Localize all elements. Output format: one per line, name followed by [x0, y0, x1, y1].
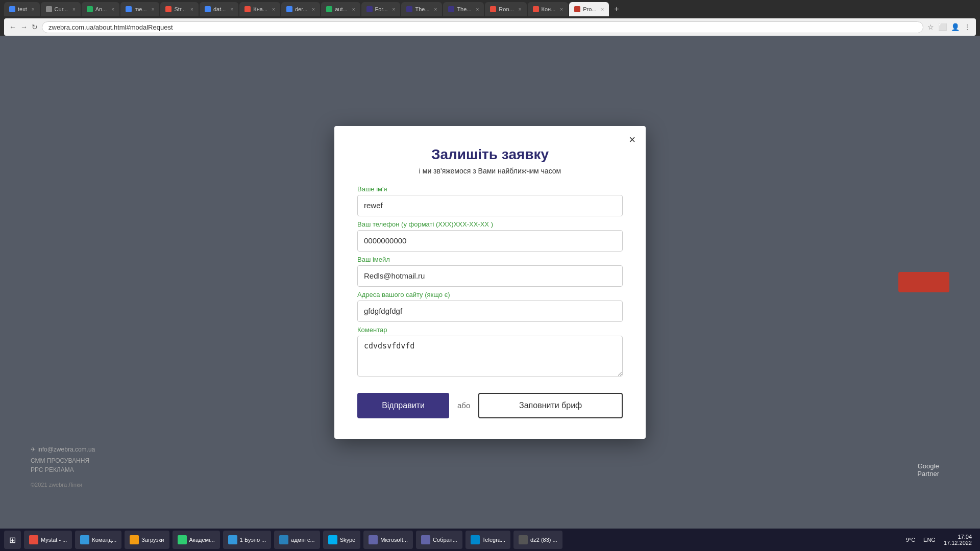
new-tab-button[interactable]: +: [610, 5, 623, 14]
tab-me[interactable]: me... ×: [120, 2, 159, 16]
browser-chrome: text × Cur... × An... × me... × Str... ×…: [0, 0, 980, 36]
start-button[interactable]: ⊞: [4, 531, 21, 549]
tab-der[interactable]: der... ×: [281, 2, 320, 16]
taskbar: ⊞ Mystat - ... Команд... Загрузки Академ…: [0, 529, 980, 551]
tab-close-icon[interactable]: ×: [434, 7, 437, 12]
modal-subtitle: і ми зв'яжемося з Вами найближчим часом: [357, 167, 623, 175]
comment-label: Коментар: [357, 326, 623, 334]
tab-close-icon[interactable]: ×: [190, 7, 193, 12]
name-label: Ваше ім'я: [357, 185, 623, 193]
taskbar-system-info: 9°C ENG 17:04 17.12.2022: [902, 534, 976, 546]
taskbar-admin[interactable]: адмін с...: [274, 531, 320, 549]
tab-str[interactable]: Str... ×: [160, 2, 198, 16]
modal-overlay: × Залишіть заявку і ми зв'яжемося з Вами…: [0, 36, 980, 529]
modal-dialog: × Залишіть заявку і ми зв'яжемося з Вами…: [334, 126, 646, 439]
bookmark-icon[interactable]: ☆: [927, 23, 934, 31]
name-input[interactable]: [357, 195, 623, 216]
tab-text[interactable]: text ×: [4, 2, 40, 16]
site-label: Адреса вашого сайту (якщо є): [357, 291, 623, 298]
address-bar-icons: ☆ ⬜ 👤 ⋮: [927, 23, 971, 31]
tab-close-icon[interactable]: ×: [393, 7, 396, 12]
taskbar-bueno[interactable]: 1 Буэно ...: [223, 531, 272, 549]
modal-title: Залишіть заявку: [357, 146, 623, 163]
tab-close-icon[interactable]: ×: [312, 7, 315, 12]
temperature-display: 9°C: [906, 537, 915, 543]
taskbar-sobran[interactable]: Собран...: [416, 531, 462, 549]
tab-for1[interactable]: For... ×: [361, 2, 401, 16]
language-display: ENG: [923, 537, 936, 543]
tab-close-icon[interactable]: ×: [72, 7, 76, 12]
submit-button[interactable]: Відправити: [357, 393, 449, 418]
tab-kon[interactable]: Кон... ×: [528, 2, 569, 16]
tab-close-icon[interactable]: ×: [352, 7, 355, 12]
email-label: Ваш імейл: [357, 256, 623, 263]
tab-pro[interactable]: Pro... ×: [569, 2, 609, 16]
comment-textarea[interactable]: cdvdsvfdvfd: [357, 336, 623, 377]
menu-icon[interactable]: ⋮: [964, 23, 971, 31]
reload-button[interactable]: ↻: [32, 23, 38, 31]
tab-dat[interactable]: dat... ×: [200, 2, 238, 16]
taskbar-mystat[interactable]: Mystat - ...: [24, 531, 72, 549]
taskbar-komand[interactable]: Команд...: [75, 531, 121, 549]
tab-kna[interactable]: Кна... ×: [239, 2, 280, 16]
taskbar-dz2[interactable]: dz2 (83) ...: [513, 531, 562, 549]
phone-input[interactable]: [357, 230, 623, 252]
clock: 17:04 17.12.2022: [944, 534, 972, 546]
site-input[interactable]: [357, 300, 623, 322]
tab-aut[interactable]: aut... ×: [321, 2, 360, 16]
tab-the2[interactable]: The... ×: [443, 2, 484, 16]
taskbar-skype[interactable]: Skype: [323, 531, 361, 549]
phone-label: Ваш телефон (у форматі (ХХХ)ХХХ-ХХ-ХХ ): [357, 220, 623, 228]
modal-actions: Відправити або Заповнити бриф: [357, 393, 623, 418]
extension-icon[interactable]: ⬜: [938, 23, 947, 31]
tab-close-icon[interactable]: ×: [32, 7, 35, 12]
taskbar-microsoft[interactable]: Microsoft...: [363, 531, 413, 549]
back-button[interactable]: ←: [9, 23, 16, 31]
tab-cur[interactable]: Cur... ×: [41, 2, 81, 16]
taskbar-telegra[interactable]: Telegra...: [465, 531, 510, 549]
tab-close-icon[interactable]: ×: [519, 7, 522, 12]
or-label: або: [457, 401, 470, 410]
profile-icon[interactable]: 👤: [951, 23, 960, 31]
taskbar-akademi[interactable]: Академі...: [173, 531, 220, 549]
email-input[interactable]: [357, 265, 623, 287]
tab-the1[interactable]: The... ×: [401, 2, 442, 16]
tab-close-icon[interactable]: ×: [476, 7, 479, 12]
tab-ron[interactable]: Ron... ×: [485, 2, 526, 16]
address-bar: ← → ↻ ☆ ⬜ 👤 ⋮: [4, 18, 976, 36]
tab-bar: text × Cur... × An... × me... × Str... ×…: [0, 0, 980, 18]
forward-button[interactable]: →: [20, 23, 28, 31]
tab-close-icon[interactable]: ×: [272, 7, 275, 12]
taskbar-zagruzki[interactable]: Загрузки: [125, 531, 169, 549]
tab-close-icon[interactable]: ×: [152, 7, 155, 12]
tab-close-icon[interactable]: ×: [111, 7, 114, 12]
tab-close-icon[interactable]: ×: [560, 7, 563, 12]
modal-close-button[interactable]: ×: [629, 134, 635, 145]
brief-button[interactable]: Заповнити бриф: [478, 393, 623, 418]
tab-an[interactable]: An... ×: [82, 2, 119, 16]
url-input[interactable]: [42, 21, 923, 33]
tab-close-icon[interactable]: ×: [601, 7, 604, 12]
tab-close-icon[interactable]: ×: [230, 7, 233, 12]
